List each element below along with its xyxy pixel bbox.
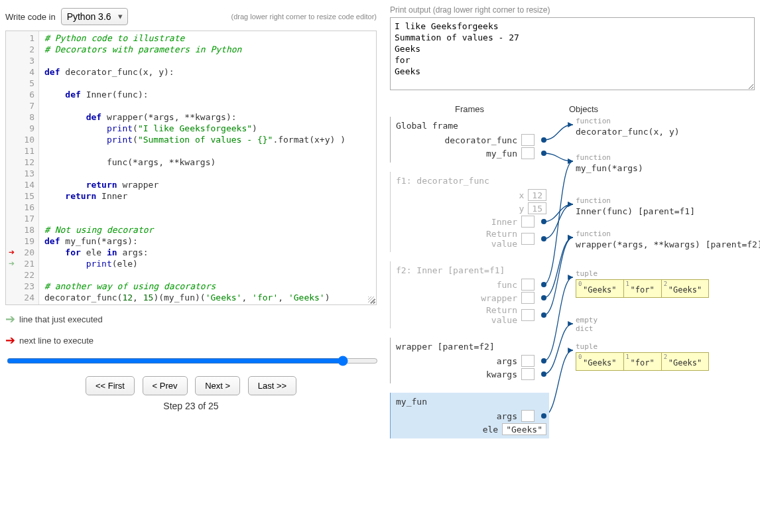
next-button[interactable]: Next > (195, 376, 240, 395)
frame-var: func (391, 278, 549, 291)
objects-header: Objects (549, 104, 755, 114)
frame-4: my_funargsele"Geeks" (390, 393, 549, 438)
step-label: Step 23 of 25 (5, 401, 377, 411)
visualization: Global framedecorator_funcmy_funf1: deco… (390, 117, 755, 438)
code-editor[interactable]: 12345678910111213141516171819➔20➔2122232… (5, 31, 377, 305)
resize-hint: (drag lower right corner to resize code … (231, 13, 377, 21)
editor-header: Write code in Python 3.6 (drag lower rig… (5, 5, 377, 31)
object-1: functionmy_fun(*args) (576, 153, 643, 173)
prev-button[interactable]: < Prev (143, 376, 188, 395)
frame-var: Return value (391, 228, 549, 249)
arrow-right-icon: ➔ (5, 312, 15, 326)
object-2: functionInner(func) [parent=f1] (576, 196, 695, 216)
language-select[interactable]: Python 3.6 (61, 8, 128, 25)
legend-executed: ➔ line that just executed (5, 312, 377, 326)
output-area[interactable] (390, 17, 755, 90)
resize-handle[interactable] (368, 297, 375, 303)
frame-1: f1: decorator_funcx12y15InnerReturn valu… (390, 172, 549, 252)
frame-var: x12 (391, 188, 549, 202)
object-3: functionwrapper(*args, **kwargs) [parent… (576, 230, 760, 249)
output-label: Print output (drag lower right corner to… (390, 5, 755, 15)
frame-var: wrapper (391, 291, 549, 304)
frame-var: args (391, 409, 549, 423)
frame-var: y15 (391, 202, 549, 215)
nav-buttons: << First < Prev Next > Last >> (5, 376, 377, 395)
frame-2: f2: Inner [parent=f1]funcwrapperReturn v… (390, 261, 549, 328)
frame-var: kwargs (391, 367, 549, 381)
object-4: tuple0"Geeks"1"for"2"Geeks" (576, 269, 709, 298)
arrow-right-icon: ➔ (5, 333, 15, 348)
frame-var: Inner (391, 215, 549, 228)
line-gutter: 12345678910111213141516171819➔20➔2122232… (6, 31, 39, 304)
frame-var: decorator_func (391, 133, 549, 147)
frame-var: Return value (391, 304, 549, 326)
frames-header: Frames (390, 104, 549, 114)
last-button[interactable]: Last >> (248, 376, 296, 395)
frame-var: my_fun (391, 147, 549, 160)
frame-var: args (391, 354, 549, 367)
legend-next: ➔ next line to execute (5, 333, 377, 348)
object-6: tuple0"Geeks"1"for"2"Geeks" (576, 342, 709, 371)
object-0: functiondecorator_func(x, y) (576, 117, 680, 137)
code-body[interactable]: # Python code to illustrate# Decorators … (39, 31, 351, 304)
write-code-in-label: Write code in (5, 12, 56, 22)
frame-var: ele"Geeks" (391, 423, 549, 436)
step-slider-wrap (5, 354, 377, 368)
first-button[interactable]: << First (86, 376, 135, 395)
step-slider[interactable] (7, 356, 378, 366)
object-5: empty dict (576, 316, 598, 334)
frame-0: Global framedecorator_funcmy_fun (390, 117, 549, 163)
frame-3: wrapper [parent=f2]argskwargs (390, 338, 549, 383)
